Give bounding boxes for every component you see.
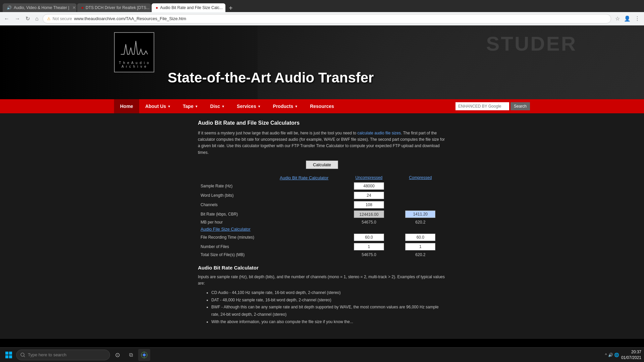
recording-time-row: File Recording Time (minutes) [198, 233, 446, 242]
clock-time: 20:37 [621, 349, 641, 355]
tab-dts[interactable]: ● DTS DCH Driver for Realtek [DTS... ✕ [77, 3, 151, 12]
nav-tape[interactable]: Tape ▼ [177, 99, 204, 113]
desc-title: Audio Bit Rate Calculator [198, 265, 446, 270]
bookmark-button[interactable]: ☆ [614, 14, 621, 23]
page-title: Audio Bit Rate and File Size Calculators [198, 120, 446, 126]
taskbar-search-placeholder: Type here to search [28, 352, 66, 357]
nav-products-dropdown: ▼ [294, 105, 298, 108]
compressed-header: Compressed [409, 175, 432, 180]
cortana-icon: ⊙ [115, 351, 120, 359]
hero-section: STUDER T h e A u d i o A r c h i v e Sta… [0, 25, 644, 99]
content-area: Audio Bit Rate and File Size Calculators… [198, 120, 446, 325]
system-tray: ^ 🔊 🌐 20:37 01/07/2021 [605, 349, 641, 361]
nav-about-dropdown: ▼ [167, 105, 171, 108]
num-files-row: Number of Files [198, 242, 446, 251]
file-size-calc-link[interactable]: Audio File Size Calculator [201, 227, 251, 232]
page-wrapper: STUDER T h e A u d i o A r c h i v e Sta… [0, 25, 644, 339]
bit-rate-label: Bit Rate (kbps, CBR) [198, 209, 265, 219]
total-size-compressed: 620.2 [395, 251, 446, 258]
desc-item-3: BWF - Although this can be any sample ra… [211, 304, 446, 318]
security-label: Not secure [53, 16, 72, 21]
calculate-button[interactable]: Calculate [306, 161, 338, 169]
nav-services-label: Services [237, 104, 256, 109]
tab-label-2: DTS DCH Driver for Realtek [DTS... [86, 5, 150, 10]
calculator-table: Audio Bit Rate Calculator Uncompressed C… [198, 174, 446, 258]
taskbar-cortana[interactable]: ⊙ [111, 349, 123, 361]
svg-rect-1 [9, 352, 12, 355]
nav-products-label: Products [273, 104, 293, 109]
nav-home-label: Home [120, 104, 133, 109]
recording-time-uncompressed[interactable] [354, 234, 384, 241]
more-button[interactable]: ⋮ [633, 14, 641, 23]
nav-resources-label: Resources [310, 104, 334, 109]
logo-svg [119, 36, 149, 59]
nav-services-dropdown: ▼ [258, 105, 261, 108]
forward-button[interactable]: → [13, 14, 21, 23]
logo-text: T h e A u d i o A r c h i v e [118, 61, 150, 68]
calc-link[interactable]: calculate audio file sizes [358, 131, 401, 135]
profile-button[interactable]: 👤 [623, 14, 632, 23]
nav-search-area: Search [455, 102, 530, 110]
total-size-uncompressed: 54675.0 [343, 251, 394, 258]
tab-close-1[interactable]: ✕ [72, 5, 76, 10]
word-length-input[interactable] [354, 192, 384, 199]
sample-rate-label: Sample Rate (Hz) [198, 181, 265, 191]
tab-label-1: Audio, Video & Home Theater | [14, 5, 69, 10]
nav-resources[interactable]: Resources [304, 99, 340, 113]
taskbar-search-icon [20, 353, 25, 357]
address-text: www.theaudioarchive.com/TAA_Resources_Fi… [74, 16, 186, 21]
studer-label: STUDER [486, 32, 577, 55]
hero-headline: State-of-the-Art Audio Transfer [168, 70, 374, 86]
logo-box: T h e A u d i o A r c h i v e [114, 32, 154, 72]
channels-row: Channels [198, 200, 446, 209]
recording-time-compressed[interactable] [405, 234, 435, 241]
num-files-compressed[interactable] [405, 243, 435, 250]
nav-about[interactable]: About Us ▼ [139, 99, 177, 113]
nav-search-button[interactable]: Search [511, 102, 530, 110]
svg-rect-3 [9, 355, 12, 358]
browser-toolbar: ← → ↻ ⌂ ⚠ Not secure www.theaudioarchive… [0, 12, 644, 25]
nav-disc-dropdown: ▼ [221, 105, 225, 108]
svg-rect-2 [5, 355, 8, 358]
bit-rate-row: Bit Rate (kbps, CBR) 124416.00 [198, 209, 446, 219]
clock: 20:37 01/07/2021 [621, 349, 641, 361]
start-button[interactable] [3, 349, 15, 361]
uncompressed-header: Uncompressed [356, 175, 383, 180]
page-intro: If it seems a mystery just how large tha… [198, 130, 446, 156]
back-button[interactable]: ← [3, 14, 11, 23]
tab-favicon-2: ● [81, 5, 84, 10]
tab-audio-bitrate[interactable]: ● Audio Bit Rate and File Size Calc... ✕ [152, 3, 225, 12]
tab-label-3: Audio Bit Rate and File Size Calc... [160, 5, 223, 10]
taskbar-chrome[interactable] [138, 349, 150, 361]
home-button[interactable]: ⌂ [34, 14, 40, 23]
svg-point-4 [21, 353, 24, 356]
refresh-button[interactable]: ↻ [24, 14, 31, 23]
chrome-icon [141, 352, 148, 358]
nav-search-input[interactable] [455, 102, 509, 110]
svg-line-5 [24, 356, 25, 357]
address-bar[interactable]: ⚠ Not secure www.theaudioarchive.com/TAA… [43, 14, 611, 23]
bit-rate-compressed[interactable] [405, 210, 435, 218]
tab-audio-video[interactable]: 🔊 Audio, Video & Home Theater | ✕ [3, 3, 76, 12]
taskbar-search[interactable]: Type here to search [16, 350, 110, 360]
desc-intro: Inputs are sample rate (Hz), bit depth (… [198, 274, 446, 287]
recording-time-label: File Recording Time (minutes) [198, 233, 265, 242]
nav-services[interactable]: Services ▼ [231, 99, 267, 113]
nav-disc[interactable]: Disc ▼ [204, 99, 231, 113]
taskbar-taskview[interactable]: ⧉ [125, 349, 137, 361]
channels-input[interactable] [354, 201, 384, 208]
windows-icon [5, 352, 12, 358]
bit-rate-uncompressed: 124416.00 [354, 210, 384, 218]
desc-item-1: CD Audio - 44,100 Hz sample rate, 16-bit… [211, 289, 446, 297]
tray-icons: ^ 🔊 🌐 [605, 353, 619, 357]
num-files-uncompressed[interactable] [354, 243, 384, 250]
security-icon: ⚠ [47, 16, 51, 21]
mb-per-hour-uncompressed: 54675.0 [343, 219, 394, 226]
desc-item-2: DAT - 48,000 Hz sample rate, 16-bit word… [211, 297, 446, 304]
nav-products[interactable]: Products ▼ [267, 99, 304, 113]
sample-rate-input[interactable] [354, 182, 384, 190]
nav-home[interactable]: Home [114, 99, 139, 113]
bit-rate-calc-link[interactable]: Audio Bit Rate Calculator [280, 175, 328, 180]
sample-rate-row: Sample Rate (Hz) [198, 181, 446, 191]
new-tab-button[interactable]: + [226, 4, 235, 12]
